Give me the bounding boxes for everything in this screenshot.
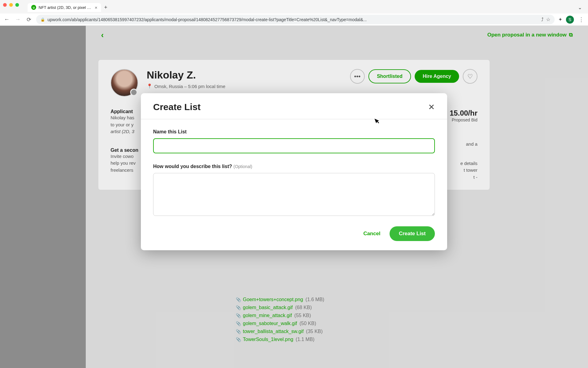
create-list-modal: Create List ✕ Name this List How would y…: [141, 93, 447, 250]
tab-overflow-icon[interactable]: ⌄: [578, 5, 582, 10]
star-icon[interactable]: ☆: [546, 17, 550, 22]
new-tab-button[interactable]: +: [104, 4, 107, 11]
window-close-button[interactable]: [3, 3, 7, 7]
cancel-button[interactable]: Cancel: [363, 231, 380, 237]
window-maximize-button[interactable]: [15, 3, 19, 7]
reload-button[interactable]: ⟳: [25, 16, 32, 23]
list-description-textarea[interactable]: [153, 173, 435, 216]
window-minimize-button[interactable]: [9, 3, 13, 7]
forward-button[interactable]: →: [14, 16, 21, 23]
upwork-favicon: u: [31, 5, 36, 10]
url-text: upwork.com/ab/applicants/148065381599740…: [47, 17, 539, 22]
list-name-label: Name this List: [153, 129, 435, 135]
address-bar[interactable]: 🔒 upwork.com/ab/applicants/1480653815997…: [36, 15, 555, 24]
extensions-icon[interactable]: ✦: [558, 17, 562, 22]
list-name-input[interactable]: [153, 138, 435, 153]
list-description-label: How would you describe this list? (Optio…: [153, 164, 435, 169]
browser-tab-strip: u NFT artist (2D, 3D, or pixel art) × + …: [28, 2, 585, 12]
browser-toolbar: ← → ⟳ 🔒 upwork.com/ab/applicants/1480653…: [0, 13, 588, 26]
browser-tab[interactable]: u NFT artist (2D, 3D, or pixel art) ×: [28, 3, 101, 12]
page-viewport: ‹ Open proposal in a new window ⧉ Nikola…: [0, 26, 588, 368]
modal-title: Create List: [153, 102, 201, 112]
create-list-button[interactable]: Create List: [390, 226, 435, 241]
profile-avatar[interactable]: S: [566, 16, 574, 24]
tab-title: NFT artist (2D, 3D, or pixel art): [39, 5, 92, 10]
share-icon[interactable]: ⤴: [541, 17, 544, 22]
optional-text: (Optional): [233, 164, 252, 169]
close-icon[interactable]: ✕: [428, 102, 435, 112]
tab-close-icon[interactable]: ×: [95, 5, 97, 10]
back-button[interactable]: ←: [3, 16, 10, 23]
lock-icon: 🔒: [40, 17, 45, 22]
menu-icon[interactable]: ⋮: [578, 16, 585, 23]
window-controls: [3, 3, 19, 7]
desc-label-text: How would you describe this list?: [153, 164, 233, 169]
